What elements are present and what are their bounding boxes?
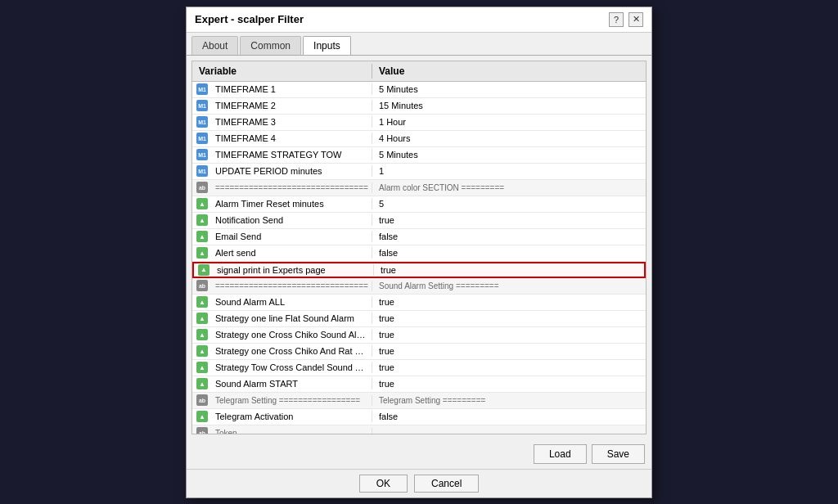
row-variable-cell: Alarm Timer Reset minutes	[212, 198, 372, 209]
row-value-cell: false	[372, 231, 646, 242]
row-icon: ▲	[192, 231, 212, 242]
row-value-cell: false	[372, 247, 646, 259]
bottom-bar: OK Cancel	[187, 469, 651, 497]
row-variable-cell: Strategy one Cross Chiko And Rat So...	[212, 345, 372, 357]
row-value-cell	[372, 432, 646, 434]
table-row[interactable]: ab================================Alarm …	[192, 180, 646, 196]
row-value-cell: true	[372, 313, 646, 324]
table-row[interactable]: ▲Alarm Timer Reset minutes5	[192, 196, 646, 213]
table-header: Variable Value	[192, 61, 646, 82]
row-icon: ▲	[192, 313, 212, 324]
table-row[interactable]: M1TIMEFRAME 215 Minutes	[192, 98, 646, 115]
row-icon: M1	[192, 149, 212, 160]
row-icon: ▲	[192, 378, 212, 389]
row-variable-cell: TIMEFRAME 2	[212, 100, 372, 111]
row-variable-cell: Token	[212, 428, 372, 434]
cancel-button[interactable]: Cancel	[414, 475, 479, 493]
tab-bar: AboutCommonInputs	[187, 33, 651, 56]
row-value-cell: Telegram Setting =========	[372, 395, 646, 406]
row-icon: ab	[192, 182, 212, 193]
row-variable-cell: TIMEFRAME 4	[212, 133, 372, 144]
table-row[interactable]: ▲Notification Sendtrue	[192, 213, 646, 229]
row-icon: ▲	[194, 264, 214, 276]
table-row[interactable]: M1TIMEFRAME 44 Hours	[192, 131, 646, 147]
row-value-cell: 5 Minutes	[372, 83, 646, 95]
row-value-cell: 5	[372, 198, 646, 209]
row-variable-cell: Sound Alarm START	[212, 378, 372, 389]
row-variable-cell: Strategy Tow Cross Candel Sound Al...	[212, 362, 372, 373]
row-value-cell: true	[372, 296, 646, 308]
table-row[interactable]: abToken	[192, 425, 646, 434]
help-button[interactable]: ?	[609, 12, 624, 27]
row-variable-cell: Telegram Setting =================	[212, 395, 372, 406]
row-value-cell: true	[372, 345, 646, 357]
row-value-cell: Sound Alarm Setting =========	[372, 281, 646, 291]
row-icon: ab	[192, 427, 212, 434]
expert-dialog: Expert - scalper Filter ? ✕ AboutCommonI…	[186, 7, 652, 498]
table-row[interactable]: ▲signal print in Experts pagetrue	[192, 262, 646, 278]
table-row[interactable]: ▲Sound Alarm STARTtrue	[192, 376, 646, 393]
row-icon: M1	[192, 165, 212, 177]
row-value-cell: true	[372, 329, 646, 340]
table-row[interactable]: ▲Strategy one Cross Chiko Sound Alarmtru…	[192, 327, 646, 344]
row-variable-cell: Sound Alarm ALL	[212, 296, 372, 308]
table-row[interactable]: ▲Sound Alarm ALLtrue	[192, 295, 646, 311]
row-value-cell: true	[372, 378, 646, 389]
row-variable-cell: Strategy one Cross Chiko Sound Alarm	[212, 329, 372, 340]
dialog-titlebar: Expert - scalper Filter ? ✕	[187, 7, 651, 33]
column-value: Value	[372, 64, 633, 79]
row-variable-cell: ================================	[212, 182, 372, 193]
row-icon: ▲	[192, 362, 212, 373]
table-row[interactable]: ▲Strategy one Cross Chiko And Rat So...t…	[192, 344, 646, 360]
table-row[interactable]: M1TIMEFRAME STRATEGY TOW5 Minutes	[192, 147, 646, 164]
table-row[interactable]: ▲Strategy one line Flat Sound Alarmtrue	[192, 311, 646, 327]
row-variable-cell: Alert send	[212, 247, 372, 259]
row-icon: ▲	[192, 198, 212, 209]
row-variable-cell: signal print in Experts page	[214, 264, 374, 276]
table-row[interactable]: ▲Strategy Tow Cross Candel Sound Al...tr…	[192, 360, 646, 376]
row-icon: ab	[192, 394, 212, 406]
column-variable: Variable	[192, 64, 372, 79]
row-variable-cell: TIMEFRAME 3	[212, 116, 372, 128]
dialog-title: Expert - scalper Filter	[195, 13, 304, 25]
row-variable-cell: UPDATE PERIOD minutes	[212, 165, 372, 177]
row-variable-cell: Telegram Activation	[212, 411, 372, 422]
row-icon: M1	[192, 133, 212, 144]
table-row[interactable]: ▲Telegram Activationfalse	[192, 409, 646, 425]
tab-about[interactable]: About	[191, 36, 238, 55]
row-icon: ▲	[192, 296, 212, 308]
row-icon: ab	[192, 280, 212, 291]
row-value-cell: true	[372, 362, 646, 373]
row-icon: M1	[192, 100, 212, 111]
tab-common[interactable]: Common	[240, 36, 301, 55]
row-icon: ▲	[192, 247, 212, 259]
table-row[interactable]: ab================================Sound …	[192, 278, 646, 295]
table-row[interactable]: abTelegram Setting =================Tele…	[192, 393, 646, 409]
table-row[interactable]: ▲Email Sendfalse	[192, 229, 646, 245]
row-icon: ▲	[192, 329, 212, 340]
row-value-cell: 5 Minutes	[372, 149, 646, 160]
scroll-placeholder	[633, 64, 646, 79]
row-variable-cell: TIMEFRAME STRATEGY TOW	[212, 149, 372, 160]
row-value-cell: 15 Minutes	[372, 100, 646, 111]
table-row[interactable]: M1TIMEFRAME 15 Minutes	[192, 82, 646, 98]
row-value-cell: false	[372, 411, 646, 422]
row-variable-cell: TIMEFRAME 1	[212, 83, 372, 95]
row-variable-cell: Notification Send	[212, 214, 372, 226]
inputs-table-container: Variable Value M1TIMEFRAME 15 MinutesM1T…	[191, 61, 647, 434]
load-button[interactable]: Load	[534, 444, 587, 464]
row-value-cell: true	[374, 264, 644, 276]
close-button[interactable]: ✕	[628, 12, 643, 27]
tab-inputs[interactable]: Inputs	[303, 36, 351, 55]
dialog-controls: ? ✕	[609, 12, 643, 27]
table-body[interactable]: M1TIMEFRAME 15 MinutesM1TIMEFRAME 215 Mi…	[192, 82, 646, 434]
save-button[interactable]: Save	[592, 444, 645, 464]
row-variable-cell: ================================	[212, 281, 372, 291]
row-icon: ▲	[192, 345, 212, 357]
table-row[interactable]: M1UPDATE PERIOD minutes1	[192, 164, 646, 180]
ok-button[interactable]: OK	[359, 475, 408, 493]
row-icon: M1	[192, 83, 212, 95]
table-row[interactable]: M1TIMEFRAME 31 Hour	[192, 115, 646, 131]
row-icon: M1	[192, 116, 212, 128]
table-row[interactable]: ▲Alert sendfalse	[192, 245, 646, 262]
